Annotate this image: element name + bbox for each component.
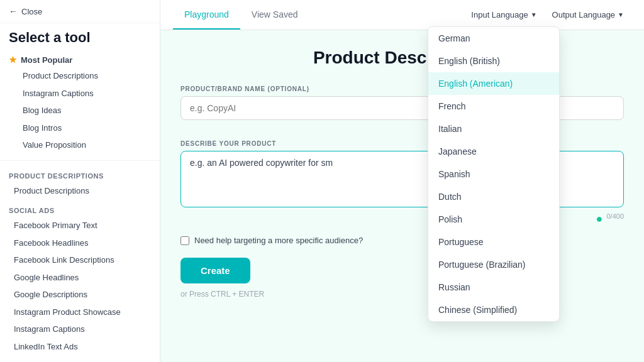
audience-checkbox[interactable]: [180, 236, 189, 245]
most-popular-label: Most Popular: [21, 55, 72, 65]
star-icon: ★: [9, 55, 17, 65]
input-language-button[interactable]: Input Language ▼: [464, 6, 544, 23]
page-content: Product Descriptions PRODUCT/BRAND NAME …: [160, 30, 644, 362]
sidebar-item-value-proposition-popular[interactable]: Value Proposition: [9, 136, 151, 154]
dropdown-item-german[interactable]: German: [428, 27, 559, 50]
grammarly-icon: ●: [596, 212, 603, 226]
main-content: Playground View Saved Input Language ▼ O…: [160, 0, 644, 362]
dropdown-item-chinese-simplified[interactable]: Chinese (Simplified): [428, 299, 559, 321]
startup-tools-header: Startup Tools: [0, 355, 160, 362]
sidebar-item-blog-ideas-popular[interactable]: Blog Ideas: [9, 102, 151, 119]
sidebar-item-google-headlines[interactable]: Google Headlines: [0, 269, 160, 287]
output-language-button[interactable]: Output Language ▼: [545, 6, 631, 23]
language-dropdown[interactable]: German English (British) English (Americ…: [428, 26, 560, 322]
sidebar-item-instagram-captions[interactable]: Instagram Captions: [0, 321, 160, 338]
top-nav: Playground View Saved Input Language ▼ O…: [160, 0, 644, 30]
chevron-down-icon-2: ▼: [618, 11, 624, 18]
dropdown-item-polish[interactable]: Polish: [428, 208, 559, 231]
sidebar-item-facebook-link-descriptions[interactable]: Facebook Link Descriptions: [0, 251, 160, 269]
product-descriptions-header: Product Descriptions: [0, 165, 160, 182]
sidebar-item-facebook-primary-text[interactable]: Facebook Primary Text: [0, 217, 160, 234]
dropdown-item-portuguese[interactable]: Portuguese: [428, 231, 559, 253]
sidebar-item-facebook-headlines[interactable]: Facebook Headlines: [0, 234, 160, 252]
tab-playground[interactable]: Playground: [173, 1, 240, 30]
dropdown-item-portuguese-brazilian[interactable]: Portuguese (Brazilian): [428, 253, 559, 276]
sidebar-item-linkedin-text-ads[interactable]: LinkedIn Text Ads: [0, 338, 160, 356]
audience-label: Need help targeting a more specific audi…: [194, 236, 363, 245]
sidebar-item-instagram-product-showcase[interactable]: Instagram Product Showcase: [0, 304, 160, 321]
sidebar-item-google-descriptions[interactable]: Google Descriptions: [0, 286, 160, 304]
dropdown-item-russian[interactable]: Russian: [428, 276, 559, 299]
close-label: Close: [21, 7, 42, 16]
dropdown-item-italian[interactable]: Italian: [428, 118, 559, 140]
sidebar: ← Close Select a tool ★ Most Popular Pro…: [0, 0, 160, 362]
dropdown-item-french[interactable]: French: [428, 95, 559, 118]
char-count: 0/400: [606, 212, 624, 226]
sidebar-title: Select a tool: [0, 23, 160, 50]
chevron-down-icon: ▼: [531, 11, 537, 18]
divider-1: [0, 160, 160, 161]
dropdown-item-english-american[interactable]: English (American): [428, 72, 559, 95]
dropdown-item-spanish[interactable]: Spanish: [428, 163, 559, 185]
close-button[interactable]: ← Close: [0, 0, 160, 23]
social-ads-header: Social Ads: [0, 199, 160, 217]
sidebar-item-product-descriptions-popular[interactable]: Product Descriptions: [9, 67, 151, 85]
dropdown-item-english-british[interactable]: English (British): [428, 50, 559, 72]
tab-view-saved[interactable]: View Saved: [240, 1, 309, 30]
output-language-label: Output Language: [552, 10, 615, 19]
input-language-label: Input Language: [471, 10, 528, 19]
dropdown-item-japanese[interactable]: Japanese: [428, 140, 559, 163]
most-popular-header: ★ Most Popular: [9, 55, 151, 65]
sidebar-item-product-descriptions[interactable]: Product Descriptions: [0, 182, 160, 200]
sidebar-item-instagram-captions-popular[interactable]: Instagram Captions: [9, 85, 151, 102]
create-button[interactable]: Create: [180, 258, 250, 283]
dropdown-item-dutch[interactable]: Dutch: [428, 185, 559, 208]
starred-section: ★ Most Popular Product Descriptions Inst…: [0, 50, 160, 156]
close-icon: ←: [9, 6, 18, 16]
sidebar-item-blog-intros-popular[interactable]: Blog Intros: [9, 119, 151, 137]
